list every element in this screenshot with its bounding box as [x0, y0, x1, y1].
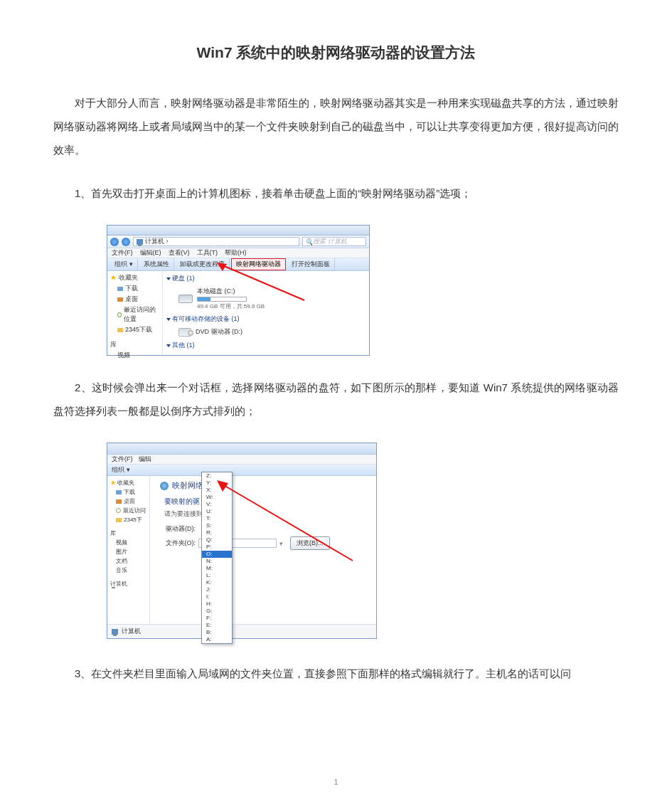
- menu-file[interactable]: 文件(F): [112, 455, 133, 464]
- sidebar-item-documents[interactable]: 文档: [110, 557, 146, 565]
- drive-option[interactable]: S:: [202, 522, 232, 529]
- toolbar-map-network-drive[interactable]: 映射网络驱动器: [231, 258, 286, 270]
- sidebar-item-desktop[interactable]: 桌面: [110, 295, 159, 304]
- favorites-header: ★ 收藏夹: [110, 273, 159, 282]
- toolbar-system-properties[interactable]: 系统属性: [139, 258, 174, 270]
- browse-button[interactable]: 浏览(B)...: [290, 536, 330, 550]
- panel-title: 映射网络: [172, 480, 203, 491]
- sidebar-item-pictures[interactable]: 图片: [110, 548, 146, 556]
- libraries-header: 库: [110, 529, 146, 537]
- sidebar: ★ 收藏夹 下载 桌面 最近访问的位置 2345下载 库 视频: [107, 271, 163, 355]
- dvd-icon: [178, 328, 191, 337]
- panel-subtitle: 请为要连接到: [164, 509, 370, 519]
- panel-question: 要映射的驱: [164, 497, 370, 507]
- drive-option[interactable]: G:: [202, 608, 232, 615]
- drive-option[interactable]: H:: [202, 600, 232, 608]
- menu-tools[interactable]: 工具(T): [197, 248, 218, 258]
- menu-view[interactable]: 查看(V): [169, 248, 190, 258]
- folder-icon: [117, 328, 123, 332]
- window-titlebar: [107, 443, 376, 455]
- drive-option[interactable]: F:: [202, 615, 232, 622]
- window-titlebar: [107, 226, 369, 236]
- drive-option[interactable]: R:: [202, 529, 232, 536]
- breadcrumb: 计算机 ›: [145, 237, 169, 246]
- drive-option[interactable]: O:: [202, 551, 232, 558]
- page-title: Win7 系统中的映射网络驱动器的设置方法: [53, 43, 619, 63]
- sidebar-item-music[interactable]: 音乐: [110, 566, 146, 574]
- address-bar[interactable]: 计算机 ›: [133, 237, 299, 246]
- group-other: 其他 (1): [167, 341, 365, 350]
- drive-option[interactable]: Z:: [202, 472, 232, 480]
- star-icon: ★: [110, 274, 117, 281]
- drive-option[interactable]: V:: [202, 501, 232, 508]
- drive-option[interactable]: M:: [202, 565, 232, 572]
- menu-edit[interactable]: 编辑: [139, 455, 151, 464]
- group-removable: 有可移动存储的设备 (1): [167, 314, 365, 324]
- drive-option[interactable]: E:: [202, 622, 232, 629]
- toolbar-uninstall[interactable]: 卸载或更改程序: [176, 258, 230, 270]
- drive-option[interactable]: U:: [202, 508, 232, 515]
- sidebar-item-2345[interactable]: 2345下: [110, 516, 146, 524]
- toolbar-control-panel[interactable]: 打开控制面板: [287, 258, 335, 270]
- search-icon: 🔍: [305, 238, 313, 245]
- drive-option[interactable]: Q:: [202, 536, 232, 544]
- computer-header[interactable]: 计算机: [110, 580, 146, 588]
- search-placeholder: 搜索 计算机: [313, 237, 347, 246]
- sidebar-item-desktop[interactable]: 桌面: [110, 497, 146, 505]
- capacity-text: 49.4 GB 可用，共 59.8 GB: [197, 302, 265, 310]
- back-button-icon[interactable]: [110, 238, 119, 246]
- panel-title-row: 映射网络: [160, 480, 370, 491]
- menu-file[interactable]: 文件(F): [112, 248, 133, 258]
- drive-option[interactable]: J:: [202, 586, 232, 593]
- menu-help[interactable]: 帮助(H): [225, 248, 247, 258]
- menu-edit[interactable]: 编辑(E): [140, 248, 161, 258]
- download-icon: [116, 490, 122, 494]
- sidebar-item-video[interactable]: 视频: [110, 539, 146, 546]
- drive-letter-dropdown[interactable]: Z:Y:X:W:V:U:T:S:R:Q:P:O:N:M:L:K:J:I:H:G:…: [201, 472, 233, 644]
- drive-option[interactable]: B:: [202, 629, 232, 636]
- toolbar-organize[interactable]: 组织 ▾: [110, 258, 138, 270]
- menu-bar: 文件(F) 编辑(E) 查看(V) 工具(T) 帮助(H): [107, 248, 369, 258]
- sidebar-item-video[interactable]: 视频: [110, 351, 159, 360]
- libraries-header: 库: [110, 340, 159, 349]
- sidebar-item-downloads[interactable]: 下载: [110, 284, 159, 293]
- sidebar-item-2345[interactable]: 2345下载: [110, 325, 159, 334]
- group-hdd: 硬盘 (1): [167, 274, 365, 283]
- sidebar-item-recent[interactable]: 最近访问的位置: [110, 305, 159, 324]
- network-globe-icon: [160, 482, 169, 490]
- drive-option[interactable]: L:: [202, 572, 232, 579]
- drive-option[interactable]: T:: [202, 515, 232, 522]
- step-1: 1、首先双击打开桌面上的计算机图标，接着单击硬盘上面的“映射网络驱动器”选项；: [53, 181, 619, 205]
- sidebar-item-downloads[interactable]: 下载: [110, 488, 146, 496]
- screenshot-explorer: 计算机 › 🔍 搜索 计算机 文件(F) 编辑(E) 查看(V) 工具(T) 帮…: [107, 225, 370, 356]
- sidebar: ★ 收藏夹 下载 桌面 最近访问 2345下 库 视频 图片 文档 音乐 计算机: [107, 476, 150, 624]
- drive-local-c[interactable]: 本地磁盘 (C:) 49.4 GB 可用，共 59.8 GB: [167, 285, 365, 314]
- drive-option[interactable]: W:: [202, 494, 232, 501]
- drive-row: 驱动器(D):: [164, 524, 370, 534]
- drive-option[interactable]: P:: [202, 544, 232, 551]
- map-drive-panel: 映射网络 要映射的驱 请为要连接到 驱动器(D): 文件夹(O): ▾ 浏览(B…: [150, 476, 376, 624]
- drive-dvd[interactable]: DVD 驱动器 (D:): [167, 326, 365, 341]
- drive-option[interactable]: Y:: [202, 480, 232, 487]
- drive-option[interactable]: X:: [202, 487, 232, 494]
- forward-button-icon[interactable]: [122, 238, 130, 246]
- drive-label: 驱动器(D):: [164, 524, 196, 534]
- sidebar-item-recent[interactable]: 最近访问: [110, 507, 146, 514]
- drive-option[interactable]: K:: [202, 579, 232, 586]
- desktop-icon: [117, 297, 123, 302]
- address-bar-row: 计算机 › 🔍 搜索 计算机: [107, 236, 369, 248]
- drive-option[interactable]: A:: [202, 636, 232, 643]
- folder-icon: [116, 518, 122, 522]
- search-box[interactable]: 🔍 搜索 计算机: [302, 237, 366, 246]
- toolbar-organize[interactable]: 组织 ▾: [112, 465, 130, 475]
- toolbar: 组织 ▾ 系统属性 卸载或更改程序 映射网络驱动器 打开控制面板: [107, 258, 369, 271]
- favorites-header: ★ 收藏夹: [110, 479, 146, 487]
- folder-row: 文件夹(O): ▾ 浏览(B)...: [164, 536, 370, 550]
- menu-bar: 文件(F) 编辑: [107, 455, 376, 465]
- drive-option[interactable]: N:: [202, 558, 232, 565]
- annotation-arrow-icon: [214, 479, 356, 564]
- hdd-icon: [178, 295, 193, 303]
- drive-option[interactable]: I:: [202, 593, 232, 600]
- recent-icon: [117, 312, 122, 317]
- screenshot-drive-dropdown: 文件(F) 编辑 组织 ▾ ★ 收藏夹 下载 桌面 最近访问 2345下 库 视…: [107, 443, 377, 639]
